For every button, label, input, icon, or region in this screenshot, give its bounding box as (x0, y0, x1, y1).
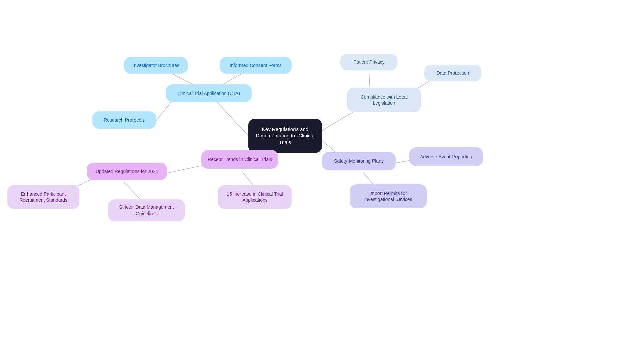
adverse-event-node[interactable]: Adverse Event Reporting (409, 147, 483, 166)
data-protection-label: Data Protection (437, 70, 469, 76)
center-node: Key Regulations and Documentation for Cl… (248, 119, 322, 153)
center-label: Key Regulations and Documentation for Cl… (254, 126, 316, 146)
informed-consent-label: Informed Consent Forms (230, 62, 282, 68)
patient-privacy-label: Patient Privacy (353, 59, 384, 65)
adverse-event-label: Adverse Event Reporting (420, 154, 472, 160)
stricter-data-node[interactable]: Stricter Data Management Guidelines (108, 199, 185, 221)
research-protocols-node[interactable]: Research Protocols (92, 111, 156, 129)
recent-trends-label: Recent Trends in Clinical Trials (208, 156, 272, 162)
updated-regulations-node[interactable]: Updated Regulations for 2024 (87, 163, 167, 180)
safety-monitoring-label: Safety Monitoring Plans (334, 158, 384, 164)
patient-privacy-node[interactable]: Patient Privacy (340, 54, 397, 70)
investigator-brochures-node[interactable]: Investigator Brochures (124, 57, 188, 74)
import-permits-node[interactable]: Import Permits for Investigational Devic… (350, 184, 427, 208)
compliance-node[interactable]: Compliance with Local Legislation (347, 88, 421, 112)
cta-label: Clinical Trial Application (CTA) (177, 90, 240, 96)
safety-monitoring-node[interactable]: Safety Monitoring Plans (322, 152, 396, 170)
recent-trends-node[interactable]: Recent Trends in Clinical Trials (201, 150, 278, 169)
enhanced-recruitment-label: Enhanced Participant Recruitment Standar… (13, 191, 73, 203)
informed-consent-node[interactable]: Informed Consent Forms (220, 57, 292, 74)
enhanced-recruitment-node[interactable]: Enhanced Participant Recruitment Standar… (7, 185, 79, 209)
import-permits-label: Import Permits for Investigational Devic… (356, 190, 421, 202)
stricter-data-label: Stricter Data Management Guidelines (114, 204, 179, 216)
investigator-brochures-label: Investigator Brochures (132, 62, 179, 68)
research-protocols-label: Research Protocols (104, 117, 145, 123)
clinical-trial-increase-label: 15 Increase in Clinical Trial Applicatio… (224, 191, 286, 203)
updated-regulations-label: Updated Regulations for 2024 (96, 168, 158, 174)
clinical-trial-increase-node[interactable]: 15 Increase in Clinical Trial Applicatio… (218, 185, 292, 209)
data-protection-node[interactable]: Data Protection (424, 65, 481, 81)
cta-node[interactable]: Clinical Trial Application (CTA) (166, 84, 252, 102)
compliance-label: Compliance with Local Legislation (353, 94, 415, 106)
